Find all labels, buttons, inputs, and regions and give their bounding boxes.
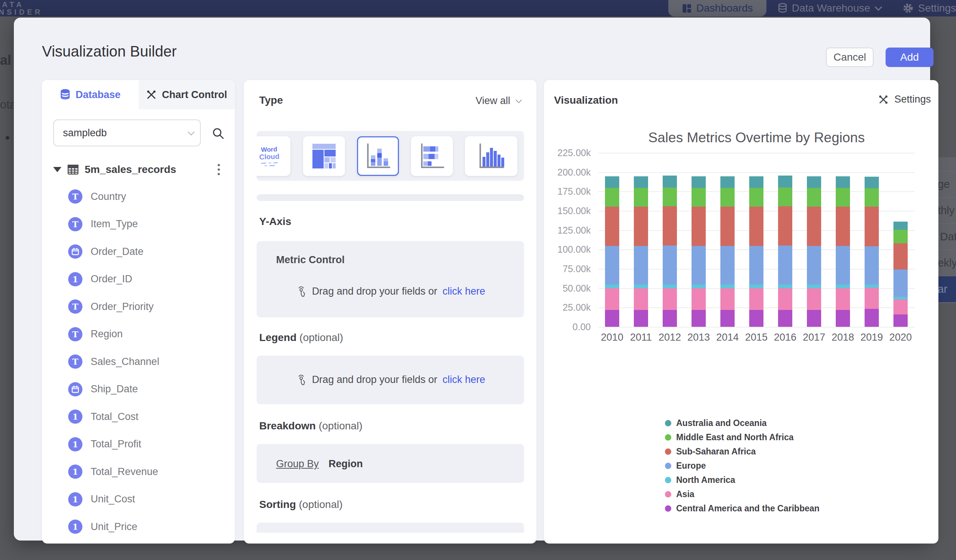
bar-segment: [720, 176, 734, 188]
field-label: Total_Cost: [91, 411, 138, 423]
bar-segment: [749, 310, 763, 327]
nav-item-dashboards[interactable]: Dashboards: [668, 0, 766, 16]
bar-2020[interactable]: [893, 221, 908, 327]
field-item-total_profit[interactable]: 1Total_Profit: [68, 437, 141, 452]
field-item-unit_cost[interactable]: 1Unit_Cost: [68, 492, 135, 507]
kebab-menu-icon[interactable]: [214, 162, 224, 177]
chart-type-stacked-column[interactable]: [357, 136, 399, 176]
bar-2013[interactable]: [692, 176, 706, 327]
click-here-link[interactable]: click here: [442, 285, 485, 297]
bar-2016[interactable]: [778, 176, 792, 327]
field-item-item_type[interactable]: TItem_Type: [68, 217, 138, 232]
bar-segment: [893, 314, 908, 327]
sorting-dropzone[interactable]: Data Range Ascending: [256, 522, 524, 533]
bar-segment: [605, 246, 619, 284]
search-button[interactable]: [209, 124, 227, 142]
legend-section-heading: Legend (optional): [259, 332, 343, 344]
legend-item[interactable]: North America: [665, 475, 735, 485]
drop-hint-text: Drag and drop your fields or: [312, 374, 437, 386]
tap-icon: [296, 373, 307, 386]
y-axis-tick-label: 175.00k: [544, 186, 591, 197]
tab-database[interactable]: Database: [42, 80, 138, 109]
database-select[interactable]: sampledb: [53, 119, 201, 146]
field-item-total_cost[interactable]: 1Total_Cost: [68, 409, 138, 424]
chart-type-wordcloud[interactable]: Word Cloud: [256, 136, 290, 176]
bar-segment: [663, 288, 677, 310]
field-item-order_priority[interactable]: TOrder_Priority: [68, 299, 154, 314]
date-field-icon: [68, 245, 82, 259]
bar-2018[interactable]: [836, 176, 850, 327]
caret-down-icon[interactable]: [53, 167, 61, 172]
bar-segment: [663, 310, 677, 327]
bar-segment: [663, 176, 677, 188]
tap-icon: [296, 285, 307, 297]
tab-database-label: Database: [75, 89, 121, 101]
chart-type-stacked-bar[interactable]: [411, 136, 453, 176]
legend-item[interactable]: Asia: [665, 489, 695, 499]
bar-segment: [720, 188, 734, 207]
legend-dropzone[interactable]: Drag and drop your fields or click here: [256, 356, 524, 404]
chart-title: Sales Metrics Overtime by Regions: [598, 130, 915, 146]
cancel-button[interactable]: Cancel: [826, 47, 874, 67]
chart-type-column[interactable]: [465, 136, 517, 176]
bar-segment: [893, 243, 908, 270]
chart-type-treemap[interactable]: [303, 136, 345, 176]
legend-item[interactable]: Europe: [665, 461, 706, 471]
breakdown-dropzone[interactable]: Group By Region: [256, 444, 524, 483]
bar-segment: [865, 288, 879, 309]
bar-segment: [663, 284, 677, 288]
bar-segment: [778, 246, 792, 284]
field-item-unit_price[interactable]: 1Unit_Price: [68, 519, 137, 534]
bar-segment: [605, 284, 619, 288]
bar-segment: [836, 310, 850, 327]
click-here-link[interactable]: click here: [442, 374, 485, 386]
nav-item-settings[interactable]: Settings: [891, 0, 956, 16]
legend-item[interactable]: Middle East and North Africa: [665, 432, 794, 442]
y-axis-tick-label: 0.00: [544, 322, 591, 333]
view-all-button[interactable]: View all: [475, 95, 520, 107]
bar-segment: [605, 288, 619, 310]
settings-button[interactable]: Settings: [878, 94, 931, 105]
field-label: Item_Type: [91, 218, 138, 230]
number-field-icon: 1: [68, 519, 82, 534]
bar-segment: [749, 207, 763, 246]
background-text-fragment: al: [0, 52, 11, 68]
bar-segment: [865, 284, 879, 287]
bar-2010[interactable]: [605, 176, 619, 327]
field-item-order_date[interactable]: Order_Date: [68, 244, 143, 259]
bar-2011[interactable]: [634, 176, 648, 327]
legend-color-dot: [665, 420, 671, 427]
database-panel: Database Chart Control sampledb 5m_sales…: [42, 80, 235, 544]
field-item-total_revenue[interactable]: 1Total_Revenue: [68, 464, 158, 479]
bar-segment: [893, 270, 908, 297]
group-by-button[interactable]: Group By: [276, 458, 319, 470]
bar-2012[interactable]: [663, 176, 677, 327]
number-field-icon: 1: [68, 409, 82, 424]
bar-segment: [605, 207, 619, 246]
tab-chart-control[interactable]: Chart Control: [138, 80, 235, 109]
legend-item[interactable]: Sub-Saharan Africa: [665, 447, 756, 457]
nav-item-data-warehouse[interactable]: Data Warehouse: [766, 0, 891, 16]
bar-2014[interactable]: [720, 176, 734, 327]
bar-segment: [865, 246, 879, 284]
legend-item[interactable]: Australia and Oceania: [665, 418, 767, 428]
field-item-country[interactable]: TCountry: [68, 189, 126, 204]
type-strip-scrollbar[interactable]: [256, 194, 524, 201]
bar-2019[interactable]: [865, 177, 879, 327]
text-field-icon: T: [68, 190, 82, 204]
bar-segment: [634, 288, 648, 310]
bar-2017[interactable]: [807, 176, 821, 327]
bar-2015[interactable]: [749, 176, 763, 327]
metric-control-dropzone[interactable]: Metric Control Drag and drop your fields…: [256, 241, 524, 317]
add-button[interactable]: Add: [885, 47, 934, 67]
nav-label-data-warehouse: Data Warehouse: [792, 2, 870, 14]
legend-label: Asia: [676, 489, 695, 499]
field-item-ship_date[interactable]: Ship_Date: [68, 382, 138, 397]
field-item-region[interactable]: TRegion: [68, 327, 123, 342]
field-item-sales_channel[interactable]: TSales_Channel: [68, 354, 159, 369]
legend-item[interactable]: Central America and the Caribbean: [665, 504, 820, 514]
field-item-order_id[interactable]: 1Order_ID: [68, 272, 132, 287]
bar-segment: [778, 284, 792, 288]
group-by-value[interactable]: Region: [329, 458, 363, 470]
view-all-label: View all: [475, 95, 510, 107]
